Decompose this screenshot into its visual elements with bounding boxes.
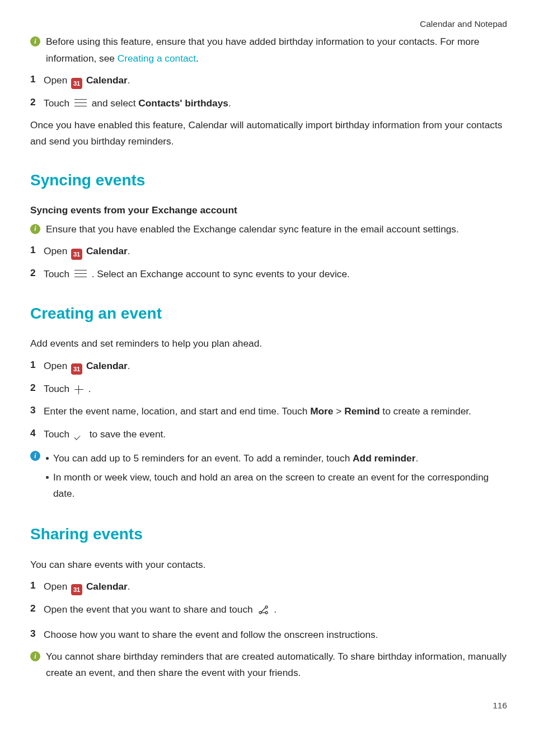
check-icon bbox=[74, 433, 85, 440]
step-text: . bbox=[128, 581, 130, 592]
step-number: 2 bbox=[30, 380, 38, 396]
bullet-item: You can add up to 5 reminders for an eve… bbox=[46, 450, 507, 466]
share-icon bbox=[258, 603, 269, 621]
hamburger-icon bbox=[74, 99, 87, 107]
step-row: 1 Open 31 Calendar. bbox=[30, 242, 507, 260]
app-name: Calendar bbox=[86, 245, 128, 256]
step-text: . bbox=[86, 383, 91, 394]
step-number: 3 bbox=[30, 402, 38, 418]
header-section: Calendar and Notepad bbox=[30, 17, 507, 31]
step-row: 2 Touch and select Contacts' birthdays. bbox=[30, 94, 507, 113]
step-row: 1 Open 31 Calendar. bbox=[30, 577, 507, 596]
step-number: 1 bbox=[30, 577, 38, 594]
step-text: and select bbox=[89, 97, 138, 109]
paragraph: Add events and set reminders to help you… bbox=[30, 335, 507, 352]
step-text: . bbox=[128, 74, 130, 86]
info-note-syncing: i Ensure that you have enabled the Excha… bbox=[30, 221, 507, 237]
step-number: 1 bbox=[30, 242, 38, 258]
step-text: Choose how you want to share the event a… bbox=[44, 626, 507, 644]
step-number: 3 bbox=[30, 626, 38, 642]
step-text: Open the event that you want to share an… bbox=[44, 604, 256, 615]
app-name: Calendar bbox=[86, 581, 128, 592]
page-number: 116 bbox=[30, 698, 507, 713]
step-text: . Select an Exchange account to sync eve… bbox=[89, 268, 350, 279]
step-row: 1 Open 31 Calendar. bbox=[30, 357, 507, 375]
step-text: . bbox=[128, 360, 130, 371]
step-text: . bbox=[128, 245, 130, 256]
step-number: 2 bbox=[30, 94, 38, 110]
menu-item-contacts-birthdays: Contacts' birthdays bbox=[138, 97, 228, 109]
calendar-app-icon: 31 bbox=[71, 78, 82, 89]
info-icon: i bbox=[30, 451, 40, 461]
step-text: Open bbox=[44, 581, 70, 592]
paragraph: You can share events with your contacts. bbox=[30, 557, 507, 573]
bullet-item: In month or week view, touch and hold an… bbox=[46, 469, 507, 502]
step-text: Open bbox=[44, 245, 70, 256]
info-text-end: . bbox=[196, 53, 199, 64]
link-creating-contact[interactable]: Creating a contact bbox=[118, 53, 196, 64]
bullet-text: . bbox=[415, 452, 418, 464]
info-note-sharing: i You cannot share birthday reminders th… bbox=[30, 648, 507, 682]
app-name: Calendar bbox=[86, 360, 128, 371]
step-text: > bbox=[333, 405, 344, 417]
calendar-app-icon: 31 bbox=[71, 584, 82, 595]
step-row: 2 Touch . bbox=[30, 380, 507, 398]
paragraph: Once you have enabled this feature, Cale… bbox=[30, 117, 507, 150]
plus-icon bbox=[74, 385, 83, 394]
heading-creating-event: Creating an event bbox=[30, 300, 507, 327]
step-text: Enter the event name, location, and star… bbox=[44, 405, 310, 417]
step-text: Touch bbox=[44, 268, 72, 279]
svg-point-2 bbox=[265, 612, 268, 614]
info-text: Ensure that you have enabled the Exchang… bbox=[45, 221, 507, 237]
step-text: Open bbox=[44, 74, 70, 86]
info-icon: i bbox=[30, 224, 40, 234]
step-number: 2 bbox=[30, 265, 38, 281]
step-row: 2 Open the event that you want to share … bbox=[30, 600, 507, 621]
step-text: to create a reminder. bbox=[380, 405, 471, 417]
step-row: 2 Touch . Select an Exchange account to … bbox=[30, 265, 507, 283]
step-row: 3 Choose how you want to share the event… bbox=[30, 626, 507, 644]
info-icon: i bbox=[30, 651, 40, 661]
step-text: to save the event. bbox=[87, 428, 166, 440]
info-icon: i bbox=[30, 36, 40, 46]
step-text: Touch bbox=[44, 97, 72, 109]
label-add-reminder: Add reminder bbox=[353, 452, 415, 464]
bullet-dot-icon bbox=[46, 476, 49, 479]
step-row: 1 Open 31 Calendar. bbox=[30, 71, 507, 90]
step-row: 4 Touch to save the event. bbox=[30, 425, 507, 444]
heading-syncing-events: Syncing events bbox=[30, 167, 507, 194]
info-text: Before using this feature, ensure that y… bbox=[46, 36, 479, 63]
app-name: Calendar bbox=[86, 74, 128, 86]
bullet-text: You can add up to 5 reminders for an eve… bbox=[53, 452, 353, 464]
step-text: Touch bbox=[44, 383, 72, 394]
svg-line-3 bbox=[261, 608, 265, 612]
label-more: More bbox=[310, 405, 333, 417]
step-number: 1 bbox=[30, 357, 38, 373]
subheading-syncing-exchange: Syncing events from your Exchange accoun… bbox=[30, 202, 507, 218]
step-text: Open bbox=[44, 360, 70, 371]
label-remind: Remind bbox=[344, 405, 380, 417]
heading-sharing-events: Sharing events bbox=[30, 521, 507, 548]
step-number: 2 bbox=[30, 600, 38, 617]
calendar-app-icon: 31 bbox=[71, 249, 82, 260]
svg-point-0 bbox=[259, 612, 261, 614]
step-text: Touch bbox=[44, 428, 72, 440]
svg-point-1 bbox=[265, 606, 268, 608]
step-text: . bbox=[271, 604, 277, 615]
info-text: You cannot share birthday reminders that… bbox=[45, 648, 507, 682]
info-note-creating: i You can add up to 5 reminders for an e… bbox=[30, 448, 507, 504]
bullet-text: In month or week view, touch and hold an… bbox=[53, 469, 507, 502]
hamburger-icon bbox=[74, 270, 87, 278]
step-row: 3 Enter the event name, location, and st… bbox=[30, 402, 507, 421]
calendar-app-icon: 31 bbox=[71, 363, 82, 375]
bullet-dot-icon bbox=[46, 457, 49, 460]
step-number: 4 bbox=[30, 425, 38, 441]
step-text: . bbox=[228, 97, 231, 109]
step-number: 1 bbox=[30, 71, 38, 87]
info-note-intro: i Before using this feature, ensure that… bbox=[30, 34, 507, 67]
